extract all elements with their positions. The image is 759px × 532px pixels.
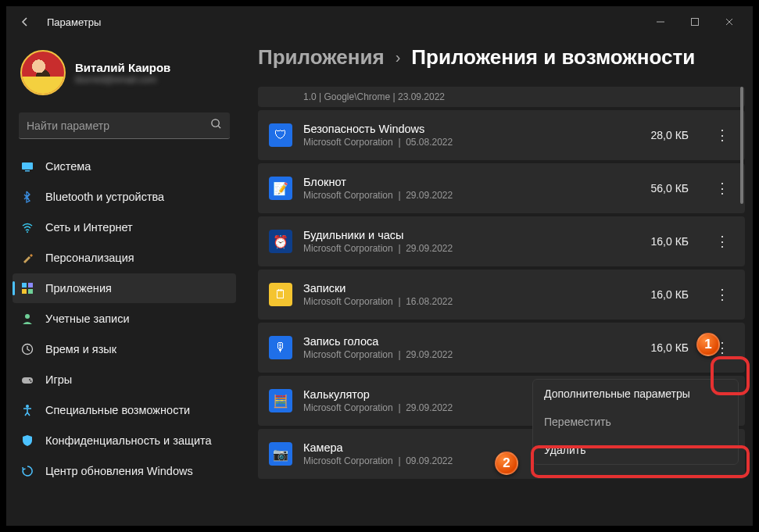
app-row[interactable]: ⏰ Будильники и часы Microsoft Corporatio…	[258, 216, 745, 266]
menu-item-0[interactable]: Дополнительные параметры	[533, 380, 738, 408]
app-icon: 📷	[269, 442, 292, 466]
sidebar-item-label: Центр обновления Windows	[45, 465, 193, 477]
svg-point-16	[26, 405, 29, 408]
user-icon	[20, 312, 34, 326]
scrollbar[interactable]	[740, 87, 743, 526]
sidebar-item-label: Время и язык	[45, 343, 116, 355]
close-button[interactable]	[712, 9, 746, 34]
app-row[interactable]: 📝 Блокнот Microsoft Corporation | 29.09.…	[258, 163, 745, 213]
menu-item-2[interactable]: Удалить	[533, 436, 738, 464]
sidebar-item-label: Система	[45, 160, 91, 173]
search-icon	[210, 118, 222, 133]
more-vertical-icon: ⋮	[715, 181, 729, 195]
more-vertical-icon: ⋮	[715, 234, 729, 248]
app-row[interactable]: 🗒 Записки Microsoft Corporation | 16.08.…	[258, 270, 745, 320]
app-size: 28,0 КБ	[651, 129, 689, 141]
app-row[interactable]: 🛡 Безопасность Windows Microsoft Corpora…	[258, 110, 745, 160]
breadcrumb-parent[interactable]: Приложения	[258, 45, 385, 70]
sidebar-item-a11y[interactable]: Специальные возможности	[13, 395, 236, 425]
update-icon	[20, 464, 34, 478]
breadcrumb-current: Приложения и возможности	[411, 45, 695, 70]
sidebar-item-game[interactable]: Игры	[13, 365, 236, 395]
more-vertical-icon: ⋮	[715, 287, 729, 302]
sidebar-item-system[interactable]: Система	[13, 152, 236, 181]
brush-icon	[20, 251, 34, 265]
sidebar-item-update[interactable]: Центр обновления Windows	[13, 456, 236, 486]
app-icon: 📝	[269, 177, 292, 200]
breadcrumb: Приложения › Приложения и возможности	[258, 37, 745, 87]
svg-point-14	[29, 379, 30, 380]
app-name: Безопасность Windows	[303, 123, 640, 135]
wifi-icon	[20, 220, 34, 234]
app-more-button[interactable]: ⋮	[709, 123, 734, 148]
app-icon: 🗒	[269, 283, 292, 306]
avatar	[20, 50, 66, 95]
sidebar-item-apps[interactable]: Приложения	[13, 273, 236, 303]
sidebar-item-shield[interactable]: Конфиденциальность и защита	[13, 426, 236, 455]
app-icon: 🧮	[269, 389, 292, 412]
scrollbar-thumb[interactable]	[740, 87, 743, 204]
shield-icon	[20, 434, 34, 448]
sidebar-item-label: Игры	[45, 373, 72, 386]
minimize-icon	[656, 17, 665, 27]
svg-point-6	[27, 231, 28, 233]
app-meta: Microsoft Corporation | 29.09.2022	[303, 349, 640, 360]
sidebar-item-brush[interactable]: Персонализация	[13, 243, 236, 273]
app-row-partial: 1.0 | Google\Chrome | 23.09.2022	[258, 87, 745, 107]
annotation-badge-1: 1	[696, 333, 720, 356]
app-size: 56,0 КБ	[651, 182, 689, 195]
app-meta: 1.0 | Google\Chrome | 23.09.2022	[303, 91, 734, 102]
profile-email: blurred@email.com	[75, 74, 170, 85]
sidebar-item-label: Сеть и Интернет	[45, 221, 133, 234]
search-input[interactable]	[27, 120, 210, 132]
app-icon: ⏰	[269, 230, 292, 253]
app-size: 16,0 КБ	[651, 288, 689, 301]
svg-rect-4	[22, 162, 33, 170]
app-more-button[interactable]: ⋮	[709, 282, 734, 307]
sidebar-item-wifi[interactable]: Сеть и Интернет	[13, 212, 236, 242]
app-size: 16,0 КБ	[651, 235, 689, 248]
maximize-icon	[690, 17, 700, 27]
back-arrow-icon	[19, 16, 31, 28]
sidebar-item-clock[interactable]: Время и язык	[13, 334, 236, 364]
nav-list: Система Bluetooth и устройства Сеть и Ин…	[13, 152, 236, 486]
window-title: Параметры	[47, 16, 101, 28]
svg-rect-8	[28, 283, 33, 287]
more-vertical-icon: ⋮	[715, 128, 729, 142]
close-icon	[725, 17, 734, 27]
sidebar-item-label: Конфиденциальность и защита	[45, 434, 212, 447]
apps-icon	[20, 281, 34, 295]
sidebar: Виталий Каиров blurred@email.com Система…	[6, 37, 241, 526]
app-meta: Microsoft Corporation | 05.08.2022	[303, 137, 640, 148]
user-profile[interactable]: Виталий Каиров blurred@email.com	[13, 44, 236, 106]
clock-icon	[20, 342, 34, 356]
app-row[interactable]: 🎙 Запись голоса Microsoft Corporation | …	[258, 323, 745, 373]
search-box[interactable]	[19, 112, 230, 139]
back-button[interactable]	[13, 9, 38, 34]
minimize-button[interactable]	[643, 9, 678, 34]
app-name: Записки	[303, 282, 640, 295]
maximize-button[interactable]	[678, 9, 712, 34]
app-icon: 🛡	[269, 123, 292, 147]
svg-rect-10	[28, 289, 33, 294]
sidebar-item-user[interactable]: Учетные записи	[13, 304, 236, 334]
svg-point-2	[212, 120, 219, 127]
app-name: Блокнот	[303, 176, 640, 188]
titlebar: Параметры	[6, 6, 753, 37]
a11y-icon	[20, 403, 34, 417]
sidebar-item-bluetooth[interactable]: Bluetooth и устройства	[13, 182, 236, 212]
app-more-button[interactable]: ⋮	[709, 176, 734, 201]
svg-line-3	[218, 126, 220, 128]
svg-point-15	[30, 380, 32, 382]
app-name: Запись голоса	[303, 335, 640, 348]
context-menu: Дополнительные параметрыПереместитьУдали…	[532, 379, 739, 465]
sidebar-item-label: Приложения	[45, 282, 112, 295]
sidebar-item-label: Bluetooth и устройства	[45, 191, 164, 203]
main-content: Приложения › Приложения и возможности 1.…	[241, 37, 753, 526]
app-meta: Microsoft Corporation | 29.09.2022	[303, 243, 640, 254]
chevron-right-icon: ›	[396, 48, 401, 66]
app-more-button[interactable]: ⋮	[709, 229, 734, 254]
svg-rect-5	[25, 170, 30, 172]
profile-name: Виталий Каиров	[75, 61, 170, 74]
svg-rect-7	[22, 283, 27, 287]
